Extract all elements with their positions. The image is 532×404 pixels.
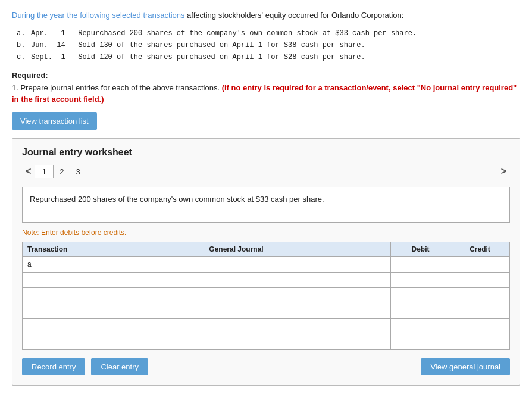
- row-1-general-journal-cell: [82, 256, 391, 272]
- row-4-general-journal-input[interactable]: [82, 303, 390, 318]
- view-general-journal-button[interactable]: View general journal: [421, 358, 510, 375]
- row-6-credit-input[interactable]: [450, 334, 509, 349]
- journal-table: Transaction General Journal Debit Credit…: [22, 242, 510, 350]
- table-row: [23, 272, 510, 287]
- row-2-transaction: [23, 272, 82, 287]
- required-title: Required:: [12, 71, 520, 80]
- row-6-debit-cell: [391, 334, 450, 349]
- worksheet-title: Journal entry worksheet: [22, 147, 510, 158]
- row-3-general-journal-cell: [82, 287, 391, 303]
- row-1-credit-cell: [450, 256, 510, 272]
- row-6-transaction: [23, 334, 82, 349]
- table-row: [23, 287, 510, 303]
- row-2-credit-input[interactable]: [450, 273, 509, 287]
- row-5-credit-cell: [450, 318, 510, 334]
- transaction-row-c: c. Sept. 1 Sold 120 of the shares purcha…: [17, 51, 520, 63]
- row-1-general-journal-input[interactable]: [82, 257, 390, 272]
- record-entry-button[interactable]: Record entry: [22, 358, 85, 375]
- required-section: Required: 1. Prepare journal entries for…: [12, 71, 520, 105]
- intro-highlight: During the year the following selected t…: [12, 11, 185, 20]
- row-6-credit-cell: [450, 334, 510, 349]
- row-3-credit-cell: [450, 287, 510, 303]
- instruction-normal: 1. Prepare journal entries for each of t…: [12, 83, 222, 92]
- row-4-credit-cell: [450, 303, 510, 318]
- row-5-debit-input[interactable]: [391, 319, 450, 334]
- header-credit: Credit: [450, 242, 510, 256]
- row-5-credit-input[interactable]: [450, 319, 509, 334]
- row-1-transaction: a: [23, 256, 82, 272]
- view-transaction-button[interactable]: View transaction list: [12, 112, 97, 130]
- row-2-debit-cell: [391, 272, 450, 287]
- intro-text: During the year the following selected t…: [12, 10, 520, 21]
- page-1-box[interactable]: 1: [35, 165, 54, 178]
- row-2-debit-input[interactable]: [391, 273, 450, 287]
- transaction-row-b: b. Jun. 14 Sold 130 of the shares purcha…: [17, 39, 520, 51]
- row-5-general-journal-input[interactable]: [82, 319, 390, 334]
- header-transaction: Transaction: [23, 242, 82, 256]
- transaction-row-a: a. Apr. 1 Repurchased 200 shares of the …: [17, 27, 520, 39]
- row-4-debit-cell: [391, 303, 450, 318]
- row-5-general-journal-cell: [82, 318, 391, 334]
- required-instruction: 1. Prepare journal entries for each of t…: [12, 82, 520, 105]
- page-2-button[interactable]: 2: [54, 165, 70, 178]
- row-4-credit-input[interactable]: [450, 303, 509, 318]
- row-6-general-journal-input[interactable]: [82, 334, 390, 349]
- transaction-label-c: c.: [17, 51, 29, 63]
- row-4-general-journal-cell: [82, 303, 391, 318]
- row-3-transaction: [23, 287, 82, 303]
- prev-page-button[interactable]: <: [22, 165, 35, 178]
- row-3-credit-input[interactable]: [450, 288, 509, 303]
- transaction-date-a: Apr. 1 Repurchased 200 shares of the com…: [31, 27, 417, 39]
- header-general-journal: General Journal: [82, 242, 391, 256]
- next-page-button[interactable]: >: [497, 165, 510, 178]
- transactions-list: a. Apr. 1 Repurchased 200 shares of the …: [17, 27, 520, 64]
- table-row: [23, 303, 510, 318]
- row-1-credit-input[interactable]: [450, 257, 509, 272]
- row-6-debit-input[interactable]: [391, 334, 450, 349]
- row-2-general-journal-cell: [82, 272, 391, 287]
- table-row: [23, 334, 510, 349]
- transaction-label-b: b.: [17, 39, 29, 51]
- row-2-credit-cell: [450, 272, 510, 287]
- note-text: Note: Enter debits before credits.: [22, 228, 510, 237]
- header-debit: Debit: [391, 242, 450, 256]
- row-1-debit-cell: [391, 256, 450, 272]
- worksheet-container: Journal entry worksheet < 1 2 3 > Repurc…: [12, 138, 520, 386]
- row-4-debit-input[interactable]: [391, 303, 450, 318]
- row-5-debit-cell: [391, 318, 450, 334]
- clear-entry-button[interactable]: Clear entry: [91, 358, 148, 375]
- table-row: [23, 318, 510, 334]
- pagination: < 1 2 3 >: [22, 165, 510, 178]
- table-row: a: [23, 256, 510, 272]
- row-6-general-journal-cell: [82, 334, 391, 349]
- page-3-button[interactable]: 3: [70, 165, 86, 178]
- transaction-date-c: Sept. 1 Sold 120 of the shares purchased…: [31, 51, 365, 63]
- transaction-label-a: a.: [17, 27, 29, 39]
- row-2-general-journal-input[interactable]: [82, 273, 390, 287]
- row-5-transaction: [23, 318, 82, 334]
- bottom-buttons: Record entry Clear entry View general jo…: [22, 358, 510, 375]
- row-4-transaction: [23, 303, 82, 318]
- row-3-debit-input[interactable]: [391, 288, 450, 303]
- transaction-date-b: Jun. 14 Sold 130 of the shares purchased…: [31, 39, 365, 51]
- row-1-debit-input[interactable]: [391, 257, 450, 272]
- row-3-general-journal-input[interactable]: [82, 288, 390, 303]
- row-3-debit-cell: [391, 287, 450, 303]
- transaction-description: Repurchased 200 shares of the company's …: [22, 187, 510, 223]
